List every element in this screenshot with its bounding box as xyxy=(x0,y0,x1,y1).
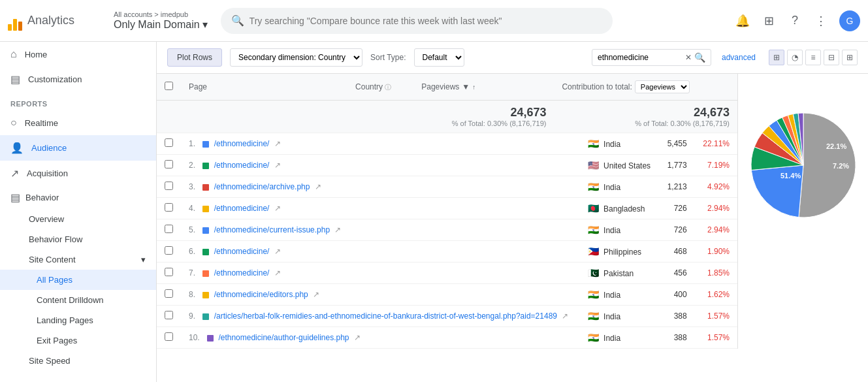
sidebar-item-behavior[interactable]: ▤ Behavior xyxy=(0,186,156,209)
sidebar-sub-item-content-drilldown[interactable]: Content Drilldown xyxy=(0,290,156,310)
external-link-icon-7: ↗ xyxy=(313,290,319,299)
avatar[interactable]: G xyxy=(839,10,860,31)
table-row: 3. /ethnomedicine/archive.php ↗ 🇮🇳 India… xyxy=(157,176,737,198)
secondary-dimension-select[interactable]: Secondary dimension: Country xyxy=(230,48,362,67)
sidebar-item-site-content[interactable]: Site Content ▾ xyxy=(0,249,156,270)
breadcrumb: All accounts > imedpub xyxy=(114,10,208,18)
row-checkbox-4[interactable] xyxy=(165,225,173,233)
sidebar-label-customization: Customization xyxy=(28,74,82,84)
page-link-8[interactable]: /articles/herbal-folk-remidies-and-ethno… xyxy=(214,311,557,321)
sidebar-item-home[interactable]: ⌂ Home xyxy=(0,42,156,67)
help-icon[interactable]: ? xyxy=(787,13,803,29)
page-link-2[interactable]: /ethnomedicine/archive.php xyxy=(214,182,310,191)
sort-type-label: Sort Type: xyxy=(370,53,406,62)
th-country: Country ⓘ xyxy=(347,74,413,101)
analytics-logo-icon xyxy=(8,11,22,31)
notifications-icon[interactable]: 🔔 xyxy=(735,13,750,29)
table-row: 5. /ethnomedicine/current-issue.php ↗ 🇮🇳… xyxy=(157,219,737,241)
table-section: Page Country ⓘ Pageviews ▼ ↑ xyxy=(157,74,737,349)
row-checkbox-1[interactable] xyxy=(165,160,173,168)
page-link-0[interactable]: /ethnomedicine/ xyxy=(214,139,270,148)
global-search-bar[interactable]: 🔍 xyxy=(221,8,613,34)
contribution-metric-select[interactable]: Pageviews xyxy=(635,80,690,93)
expand-icon: ▾ xyxy=(141,255,146,264)
behavior-icon: ▤ xyxy=(10,191,20,204)
th-pageviews: Pageviews ▼ ↑ xyxy=(413,74,554,101)
sidebar-sub-item-all-pages[interactable]: All Pages xyxy=(0,270,156,290)
sidebar-label-behavior: Behavior xyxy=(25,193,59,202)
sidebar: ⌂ Home ▤ Customization REPORTS ○ Realtim… xyxy=(0,42,157,382)
advanced-link[interactable]: advanced xyxy=(722,53,756,62)
sidebar-sub-item-site-speed[interactable]: Site Speed xyxy=(0,351,156,371)
search-filter[interactable]: ✕ 🔍 xyxy=(592,49,711,66)
row-checkbox-3[interactable] xyxy=(165,203,173,212)
sidebar-sub-item-overview[interactable]: Overview xyxy=(0,209,156,229)
clear-search-icon[interactable]: ✕ xyxy=(685,53,692,62)
data-rows-table: 1. /ethnomedicine/ ↗ 🇮🇳 India 5,455 22.1… xyxy=(157,133,737,349)
sidebar-label-home: Home xyxy=(25,50,48,59)
row-checkbox-8[interactable] xyxy=(165,311,173,319)
list-view-icon[interactable]: ≡ xyxy=(805,50,821,65)
table-chart-layout: Page Country ⓘ Pageviews ▼ ↑ xyxy=(157,74,868,349)
plot-rows-button[interactable]: Plot Rows xyxy=(167,48,222,67)
audience-icon: 👤 xyxy=(10,142,24,154)
global-search-input[interactable] xyxy=(249,16,602,26)
data-view-icon[interactable]: ⊞ xyxy=(769,50,784,65)
sidebar-label-site-content: Site Content xyxy=(29,255,76,264)
info-icon: ⓘ xyxy=(385,84,391,91)
row-checkbox-5[interactable] xyxy=(165,246,173,255)
page-link-9[interactable]: /ethnomedicine/author-guidelines.php xyxy=(218,333,349,342)
search-icon: 🔍 xyxy=(231,14,244,27)
table-row: 8. /ethnomedicine/editors.php ↗ 🇮🇳 India… xyxy=(157,284,737,306)
sort-type-select[interactable]: Default xyxy=(414,48,464,67)
search-submit-icon[interactable]: 🔍 xyxy=(694,52,705,63)
page-link-4[interactable]: /ethnomedicine/current-issue.php xyxy=(214,225,330,234)
external-link-icon-9: ↗ xyxy=(354,333,361,342)
more-options-icon[interactable]: ⋮ xyxy=(813,13,829,29)
page-link-6[interactable]: /ethnomedicine/ xyxy=(214,268,270,278)
table-row: 9. /articles/herbal-folk-remidies-and-et… xyxy=(157,306,737,327)
sidebar-item-realtime[interactable]: ○ Realtime xyxy=(0,110,156,135)
page-link-3[interactable]: /ethnomedicine/ xyxy=(214,204,270,213)
view-icons: ⊞ ◔ ≡ ⊟ ⊞ xyxy=(769,50,858,65)
sidebar-sub-item-landing-pages[interactable]: Landing Pages xyxy=(0,310,156,330)
sidebar-item-audience[interactable]: 👤 Audience xyxy=(0,135,156,161)
apps-icon[interactable]: ⊞ xyxy=(761,13,777,29)
domain-selector[interactable]: All accounts > imedpub Only Main Domain … xyxy=(114,10,208,31)
pie-view-icon[interactable]: ◔ xyxy=(787,50,803,65)
external-link-icon-1: ↗ xyxy=(274,161,281,170)
sidebar-sub-item-exit-pages[interactable]: Exit Pages xyxy=(0,330,156,351)
svg-text:22.1%: 22.1% xyxy=(826,142,846,150)
external-link-icon-0: ↗ xyxy=(274,139,281,148)
external-link-icon-2: ↗ xyxy=(315,182,321,191)
pie-chart: 22.1%51.4%7.2% xyxy=(745,106,862,224)
row-checkbox-7[interactable] xyxy=(165,289,173,298)
customization-icon: ▤ xyxy=(10,73,20,86)
sidebar-item-customization[interactable]: ▤ Customization xyxy=(0,67,156,92)
row-checkbox-0[interactable] xyxy=(165,138,173,147)
table-row: 6. /ethnomedicine/ ↗ 🇵🇭 Philippines 468 … xyxy=(157,241,737,263)
table-row: 2. /ethnomedicine/ ↗ 🇺🇸 United States 1,… xyxy=(157,155,737,176)
sidebar-item-acquisition[interactable]: ↗ Acquisition xyxy=(0,161,156,186)
row-checkbox-6[interactable] xyxy=(165,268,173,276)
sidebar-sub-item-behavior-flow[interactable]: Behavior Flow xyxy=(0,229,156,249)
pivot-view-icon[interactable]: ⊞ xyxy=(842,50,858,65)
search-filter-input[interactable] xyxy=(598,53,683,62)
page-link-5[interactable]: /ethnomedicine/ xyxy=(214,247,270,256)
row-checkbox-2[interactable] xyxy=(165,182,173,190)
sort-select[interactable]: ▼ xyxy=(462,82,470,91)
external-link-icon-8: ↗ xyxy=(562,311,568,321)
home-icon: ⌂ xyxy=(10,48,17,60)
content-area: Plot Rows Secondary dimension: Country S… xyxy=(157,42,868,382)
select-all-checkbox[interactable] xyxy=(165,82,173,90)
sidebar-label-acquisition: Acquisition xyxy=(27,168,68,178)
data-table: Page Country ⓘ Pageviews ▼ ↑ xyxy=(157,74,737,133)
page-link-7[interactable]: /ethnomedicine/editors.php xyxy=(214,290,308,299)
page-link-1[interactable]: /ethnomedicine/ xyxy=(214,161,270,170)
th-page: Page xyxy=(181,74,347,101)
th-checkbox xyxy=(157,74,181,101)
domain-name[interactable]: Only Main Domain ▾ xyxy=(114,18,208,31)
table-view-icon[interactable]: ⊟ xyxy=(824,50,839,65)
table-row: 1. /ethnomedicine/ ↗ 🇮🇳 India 5,455 22.1… xyxy=(157,133,737,155)
row-checkbox-9[interactable] xyxy=(165,332,173,341)
